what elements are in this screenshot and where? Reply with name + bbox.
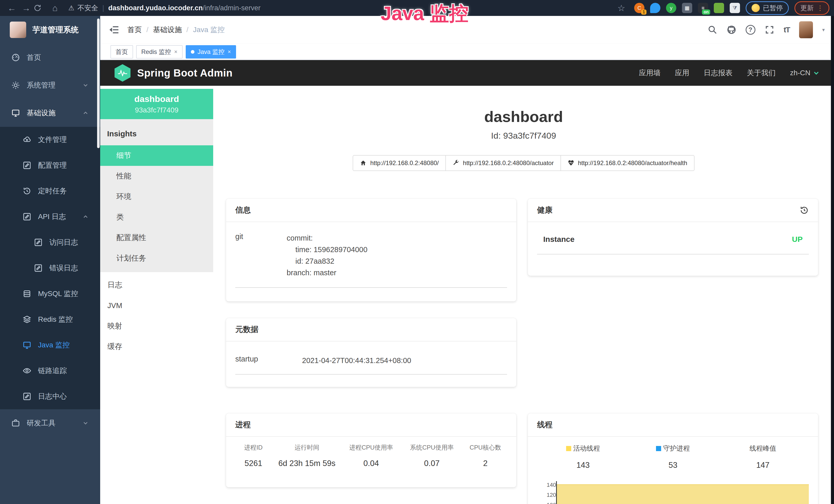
tab-home[interactable]: 首页 bbox=[110, 45, 133, 59]
sidebar-item-dev-tools[interactable]: 研发工具 bbox=[0, 409, 100, 437]
page-id-line: Id: 93a3fc7f7409 bbox=[213, 131, 834, 141]
forward-icon[interactable]: → bbox=[19, 0, 34, 16]
sidebar-item-trace[interactable]: 链路追踪 bbox=[0, 358, 100, 384]
chevron-down-icon bbox=[813, 70, 820, 76]
browser-menu-icon[interactable]: ⋮ bbox=[817, 4, 824, 12]
inst-nav-logs[interactable]: 日志 bbox=[100, 275, 213, 295]
layers-icon bbox=[23, 315, 31, 324]
legend-label: 活动线程 bbox=[573, 444, 600, 453]
endpoint-buttons: http://192.168.0.2:48080/ http://192.168… bbox=[213, 155, 834, 171]
list-extension-icon[interactable]: ≡on bbox=[698, 3, 708, 13]
back-icon[interactable]: ← bbox=[5, 0, 19, 16]
tab-redis-monitor[interactable]: Redis 监控 × bbox=[136, 45, 183, 59]
address-bar[interactable]: ⚠ 不安全 | dashboard.yudao.iocoder.cn /infr… bbox=[68, 3, 260, 13]
sba-logo-icon[interactable] bbox=[114, 64, 130, 82]
tab-java-monitor[interactable]: Java 监控 × bbox=[186, 45, 236, 59]
sba-locale-select[interactable]: zh-CN bbox=[790, 69, 820, 77]
inst-nav-environment[interactable]: 环境 bbox=[100, 186, 213, 207]
github-icon[interactable] bbox=[727, 25, 737, 35]
leaf-extension-icon[interactable] bbox=[714, 3, 724, 13]
sidebar-item-error-log[interactable]: 错误日志 bbox=[0, 255, 100, 281]
sidebar-item-label: 首页 bbox=[27, 53, 41, 62]
inst-nav-config-props[interactable]: 配置属性 bbox=[100, 228, 213, 248]
endpoint-health-button[interactable]: http://192.168.0.2:48080/actuator/health bbox=[561, 155, 695, 171]
home-icon[interactable]: ⌂ bbox=[48, 0, 62, 16]
sba-nav-journal[interactable]: 日志报表 bbox=[704, 68, 732, 78]
bookmark-star-icon[interactable]: ☆ bbox=[614, 0, 629, 16]
sidebar-item-api-log[interactable]: API 日志 bbox=[0, 204, 100, 230]
app-logo-row[interactable]: 芋道管理系统 bbox=[0, 16, 100, 44]
sidebar-item-java-monitor[interactable]: Java 监控 bbox=[0, 332, 100, 358]
inst-nav-scheduled-tasks[interactable]: 计划任务 bbox=[100, 248, 213, 269]
reload-icon[interactable] bbox=[34, 4, 48, 12]
breadcrumb-infrastructure[interactable]: 基础设施 bbox=[153, 25, 182, 35]
extension-icon-orange[interactable]: C1 bbox=[634, 3, 644, 13]
inst-nav-caches[interactable]: 缓存 bbox=[100, 336, 213, 357]
inst-nav-mappings[interactable]: 映射 bbox=[100, 316, 213, 336]
emoji-face-icon bbox=[751, 4, 760, 12]
security-label: 不安全 bbox=[77, 3, 98, 13]
endpoint-url: http://192.168.0.2:48080/actuator bbox=[463, 159, 554, 167]
extensions-puzzle-icon[interactable]: ⧩ bbox=[730, 3, 740, 13]
instance-sidebar: dashboard 93a3fc7f7409 Insights 细节 性能 环境… bbox=[100, 86, 213, 504]
sidebar-scrollbar-thumb[interactable] bbox=[97, 19, 100, 148]
breadcrumb-home[interactable]: 首页 bbox=[127, 25, 142, 35]
hamburger-icon[interactable] bbox=[109, 25, 120, 35]
user-avatar[interactable] bbox=[799, 21, 813, 38]
sba-nav-about[interactable]: 关于我们 bbox=[747, 68, 776, 78]
y-extension-icon[interactable]: y bbox=[666, 3, 676, 13]
insights-group-label: Insights bbox=[100, 119, 213, 145]
metadata-row-label: startup bbox=[235, 355, 302, 366]
inst-nav-details[interactable]: 细节 bbox=[100, 145, 213, 166]
close-icon[interactable]: × bbox=[227, 48, 231, 55]
inst-nav-classes[interactable]: 类 bbox=[100, 207, 213, 228]
sidebar-item-mysql-monitor[interactable]: MySQL 监控 bbox=[0, 281, 100, 306]
sidebar-item-system[interactable]: 系统管理 bbox=[0, 71, 100, 99]
sidebar-item-file-manage[interactable]: 文件管理 bbox=[0, 127, 100, 153]
sidebar-item-redis-monitor[interactable]: Redis 监控 bbox=[0, 306, 100, 332]
process-value: 0.04 bbox=[341, 459, 401, 468]
url-host: dashboard.yudao.iocoder.cn bbox=[108, 4, 203, 12]
instance-header[interactable]: dashboard 93a3fc7f7409 bbox=[100, 89, 213, 119]
grid-extension-icon[interactable]: ▦ bbox=[682, 3, 692, 13]
update-pill[interactable]: 更新 ⋮ bbox=[794, 1, 829, 15]
history-icon[interactable] bbox=[799, 206, 809, 215]
pin-extension-icon[interactable] bbox=[650, 3, 660, 13]
sba-brand-title[interactable]: Spring Boot Admin bbox=[137, 67, 233, 79]
user-menu-caret-icon[interactable]: ▾ bbox=[822, 27, 825, 33]
process-value: 6d 23h 15m 59s bbox=[273, 459, 341, 468]
font-size-icon[interactable]: tT bbox=[784, 25, 790, 34]
sba-nav-wallboard[interactable]: 应用墙 bbox=[639, 68, 661, 78]
sidebar-item-log-center[interactable]: 日志中心 bbox=[0, 384, 100, 409]
sidebar-item-config-manage[interactable]: 配置管理 bbox=[0, 153, 100, 178]
endpoint-actuator-button[interactable]: http://192.168.0.2:48080/actuator bbox=[445, 155, 561, 171]
paused-pill[interactable]: 已暂停 bbox=[746, 1, 789, 15]
process-col-process-cpu: 进程CPU使用率 0.04 bbox=[341, 443, 401, 468]
tab-label: 首页 bbox=[115, 48, 128, 56]
status-badge: UP bbox=[792, 235, 803, 244]
inst-nav-metrics[interactable]: 性能 bbox=[100, 166, 213, 186]
sidebar-item-label: 日志中心 bbox=[38, 392, 67, 401]
endpoint-home-button[interactable]: http://192.168.0.2:48080/ bbox=[353, 155, 446, 171]
sidebar-item-home[interactable]: 首页 bbox=[0, 44, 100, 71]
help-icon[interactable]: ? bbox=[746, 25, 755, 35]
sidebar-item-scheduled-jobs[interactable]: 定时任务 bbox=[0, 178, 100, 204]
instance-root-nav: 日志 JVM 映射 缓存 bbox=[100, 275, 213, 357]
card-title: 元数据 bbox=[235, 324, 258, 335]
legend-live-threads: 活动线程 143 bbox=[538, 444, 628, 470]
card-title: 进程 bbox=[235, 419, 251, 430]
sidebar-item-access-log[interactable]: 访问日志 bbox=[0, 230, 100, 255]
breadcrumb: 首页 / 基础设施 / Java 监控 bbox=[127, 25, 225, 35]
log-icon bbox=[34, 264, 43, 272]
health-instance-row[interactable]: Instance UP bbox=[537, 230, 809, 254]
endpoint-url: http://192.168.0.2:48080/actuator/health bbox=[578, 159, 687, 167]
eye-icon bbox=[23, 366, 31, 375]
sba-nav-applications[interactable]: 应用 bbox=[675, 68, 689, 78]
sidebar-item-infrastructure[interactable]: 基础设施 bbox=[0, 99, 100, 127]
search-icon[interactable] bbox=[708, 25, 717, 35]
paused-label: 已暂停 bbox=[763, 4, 783, 13]
close-icon[interactable]: × bbox=[174, 48, 177, 55]
fullscreen-icon[interactable] bbox=[765, 25, 774, 35]
threads-chart-plot bbox=[556, 481, 809, 504]
inst-nav-jvm[interactable]: JVM bbox=[100, 295, 213, 316]
